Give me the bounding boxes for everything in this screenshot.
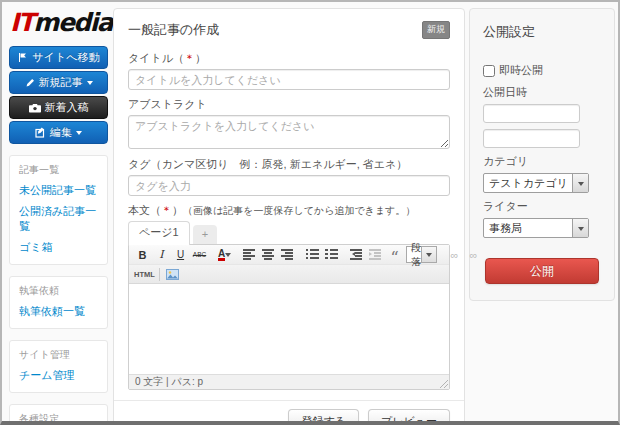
- editor-status-text: 0 文字 | パス: p: [135, 375, 203, 389]
- caret-down-icon: [426, 253, 432, 260]
- tab-page1[interactable]: ページ1: [128, 221, 190, 245]
- edit-menu-button[interactable]: 編集: [9, 121, 108, 144]
- title-label: タイトル（＊）: [128, 51, 450, 66]
- site-admin-group: サイト管理 チーム管理: [9, 340, 108, 393]
- required-asterisk: ＊: [184, 52, 195, 64]
- publish-date-input[interactable]: [483, 104, 580, 123]
- category-label: カテゴリ: [483, 154, 601, 169]
- publish-panel: 公開設定 即時公開 公開日時 カテゴリ テストカテゴリ ライター 事務局 公開: [469, 8, 615, 301]
- category-selected-value: テストカテゴリ: [484, 176, 572, 191]
- align-center-button[interactable]: [260, 247, 277, 263]
- html-source-button[interactable]: HTML: [134, 266, 155, 282]
- main-header: 一般記事の作成 新規: [128, 21, 450, 39]
- editor-content-area[interactable]: [129, 284, 449, 374]
- edit-menu-label: 編集: [50, 125, 72, 140]
- publish-datetime-label: 公開日時: [483, 85, 601, 100]
- page-title: 一般記事の作成: [128, 21, 219, 39]
- align-right-button[interactable]: [279, 247, 296, 263]
- group-title-site-admin: サイト管理: [19, 348, 98, 362]
- sidebar-item-trash[interactable]: ゴミ箱: [19, 240, 98, 255]
- writer-selected-value: 事務局: [484, 221, 572, 236]
- underline-button[interactable]: U: [172, 247, 189, 263]
- bullet-list-button[interactable]: [304, 247, 321, 263]
- required-paren-open: （: [173, 52, 184, 64]
- format-select-value: 段落: [407, 241, 421, 269]
- required-paren-close: ）: [172, 204, 183, 216]
- strikethrough-button[interactable]: ABC: [191, 247, 208, 263]
- main-panel: 一般記事の作成 新規 タイトル（＊） アブストラクト タグ（カンマ区切り 例：原…: [113, 8, 465, 425]
- settings-group: 各種設定 プロフィール: [9, 404, 108, 425]
- page-tabs: ページ1 +: [128, 221, 450, 244]
- caret-down-icon: [225, 253, 231, 260]
- editor-toolbar-row2: HTML: [129, 265, 449, 284]
- abstract-input[interactable]: [128, 115, 450, 149]
- tab-add-page[interactable]: +: [193, 225, 217, 244]
- writer-select[interactable]: 事務局: [483, 218, 589, 238]
- paragraph-format-select[interactable]: 段落: [406, 246, 437, 263]
- submit-button[interactable]: 登録する: [288, 409, 359, 425]
- cms-window: ITmedia サイトへ移動 新規記事 新着入稿 編集 記事一覧 未公開記事一覧…: [0, 0, 620, 425]
- image-icon: [166, 269, 179, 280]
- form-actions: 登録する プレビュー: [128, 409, 450, 425]
- new-submissions-label: 新着入稿: [45, 100, 89, 115]
- align-left-button[interactable]: [241, 247, 258, 263]
- numbered-list-button[interactable]: [323, 247, 340, 263]
- edit-icon: [35, 127, 46, 138]
- required-paren-open: （: [150, 204, 161, 216]
- itmedia-logo[interactable]: ITmedia: [10, 8, 108, 37]
- insert-image-button[interactable]: [164, 266, 181, 282]
- indent-icon: [369, 248, 382, 261]
- align-left-icon: [243, 248, 256, 261]
- body-label-text: 本文: [128, 204, 150, 216]
- link-button[interactable]: ∞: [446, 247, 463, 263]
- new-submissions-button[interactable]: 新着入稿: [9, 96, 108, 119]
- tags-input[interactable]: [128, 175, 450, 196]
- sidebar-item-team-management[interactable]: チーム管理: [19, 368, 98, 383]
- group-title-writing-requests: 執筆依頼: [19, 284, 98, 298]
- pencil-icon: [25, 78, 35, 88]
- form-actions-divider: [114, 400, 464, 401]
- bold-button[interactable]: B: [134, 247, 151, 263]
- align-center-icon: [262, 248, 275, 261]
- publish-button[interactable]: 公開: [485, 258, 599, 284]
- immediate-publish-checkbox[interactable]: [483, 65, 495, 77]
- sidebar-item-writing-request-list[interactable]: 執筆依頼一覧: [19, 304, 98, 319]
- body-note: （画像は記事を一度保存してから追加できます。）: [183, 205, 415, 216]
- bullet-list-icon: [306, 248, 319, 261]
- publish-time-input[interactable]: [483, 129, 580, 148]
- abstract-label-text: アブストラクト: [128, 98, 207, 110]
- unlink-button[interactable]: ∞: [465, 247, 482, 263]
- sidebar-item-published-articles[interactable]: 公開済み記事一覧: [19, 204, 98, 234]
- group-title-settings: 各種設定: [19, 412, 98, 425]
- editor-statusbar: 0 文字 | パス: p: [129, 374, 449, 389]
- title-input[interactable]: [128, 69, 450, 90]
- caret-down-icon: [578, 182, 584, 189]
- outdent-button[interactable]: [348, 247, 365, 263]
- new-article-button[interactable]: 新規記事: [9, 71, 108, 94]
- blockquote-button[interactable]: “: [386, 247, 403, 263]
- italic-button[interactable]: I: [153, 247, 170, 263]
- logo-it-text: IT: [10, 8, 33, 37]
- sidebar-item-unpublished-articles[interactable]: 未公開記事一覧: [19, 183, 98, 198]
- logo-media-text: media: [33, 8, 112, 37]
- new-article-label: 新規記事: [39, 75, 83, 90]
- abstract-label: アブストラクト: [128, 97, 450, 112]
- text-color-button[interactable]: A: [216, 247, 233, 263]
- body-label: 本文（＊）（画像は記事を一度保存してから追加できます。）: [128, 203, 450, 218]
- caret-down-icon: [76, 131, 82, 138]
- required-paren-close: ）: [195, 52, 206, 64]
- writer-label: ライター: [483, 199, 601, 214]
- rich-text-editor: B I U ABC A “ 段落 ∞ ∞: [128, 244, 450, 390]
- goto-site-button[interactable]: サイトへ移動: [9, 46, 108, 69]
- immediate-publish-label: 即時公開: [499, 63, 543, 78]
- toolbar-separator: [159, 268, 160, 281]
- indent-button[interactable]: [367, 247, 384, 263]
- resize-grip-icon[interactable]: [438, 378, 448, 388]
- text-color-a-icon: A: [218, 249, 225, 261]
- article-list-group: 記事一覧 未公開記事一覧 公開済み記事一覧 ゴミ箱: [9, 155, 108, 265]
- category-select[interactable]: テストカテゴリ: [483, 173, 589, 193]
- title-label-text: タイトル: [128, 52, 173, 64]
- immediate-publish-row: 即時公開: [483, 63, 601, 78]
- preview-button[interactable]: プレビュー: [368, 409, 450, 425]
- tags-label-text: タグ（カンマ区切り 例：原発, 新エネルギー, 省エネ）: [128, 158, 407, 170]
